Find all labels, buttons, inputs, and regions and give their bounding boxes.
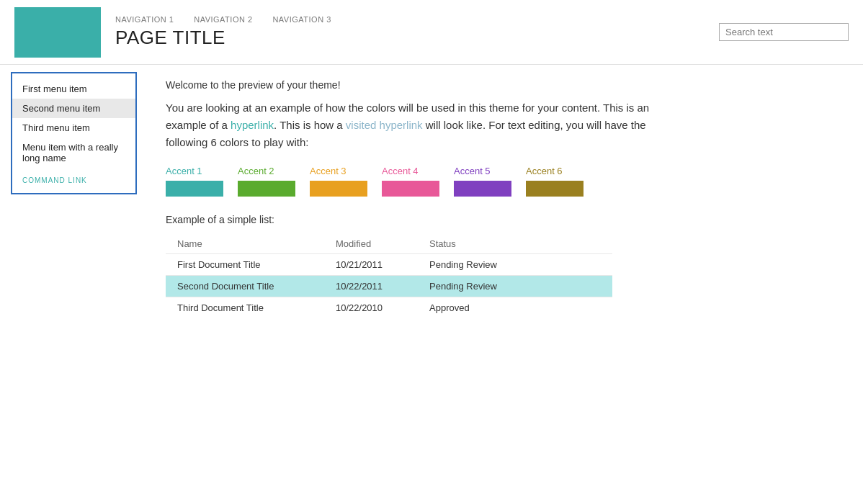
breadcrumb: NAVIGATION 1 NAVIGATION 2 NAVIGATION 3 <box>115 15 719 24</box>
accents-section: Accent 1Accent 2Accent 3Accent 4Accent 5… <box>166 166 841 197</box>
title-area: NAVIGATION 1 NAVIGATION 2 NAVIGATION 3 P… <box>115 15 719 49</box>
list-title: Example of a simple list: <box>166 214 841 225</box>
table-cell-modified: 10/21/2011 <box>328 254 422 276</box>
search-input[interactable] <box>719 23 849 41</box>
search-area <box>719 23 849 41</box>
accent-label-5: Accent 5 <box>454 166 526 176</box>
list-section: Example of a simple list: NameModifiedSt… <box>166 214 841 318</box>
accent-bars <box>166 181 841 197</box>
table-cell-status: Approved <box>422 297 612 319</box>
accent-label-3: Accent 3 <box>310 166 382 176</box>
table-col-1: Modified <box>328 234 422 254</box>
table-cell-name: Second Document Title <box>170 276 328 297</box>
breadcrumb-item-2[interactable]: NAVIGATION 2 <box>194 15 252 24</box>
desc-part2: . This is how a <box>274 119 346 131</box>
description-text: You are looking at an example of how the… <box>166 99 656 151</box>
breadcrumb-sep-2 <box>259 15 267 24</box>
welcome-text: Welcome to the preview of your theme! <box>166 79 841 91</box>
accent-bar-2 <box>238 181 295 197</box>
sidebar: First menu item Second menu item Third m… <box>11 72 137 194</box>
table-cell-name: Third Document Title <box>170 297 328 319</box>
accent-bar-5 <box>454 181 511 197</box>
table-row[interactable]: First Document Title10/21/2011Pending Re… <box>166 254 612 276</box>
accent-bar-4 <box>382 181 439 197</box>
table-cell-status: Pending Review <box>422 254 612 276</box>
accent-labels: Accent 1Accent 2Accent 3Accent 4Accent 5… <box>166 166 841 176</box>
breadcrumb-sep-1 <box>180 15 188 24</box>
list-table: NameModifiedStatus First Document Title1… <box>166 234 612 318</box>
sidebar-item-long[interactable]: Menu item with a really long name <box>12 138 135 168</box>
accent-bar-3 <box>310 181 367 197</box>
sidebar-item-third[interactable]: Third menu item <box>12 118 135 138</box>
accent-label-1: Accent 1 <box>166 166 238 176</box>
accent-label-2: Accent 2 <box>238 166 310 176</box>
table-cell-modified: 10/22/2011 <box>328 276 422 297</box>
breadcrumb-item-1[interactable]: NAVIGATION 1 <box>115 15 174 24</box>
table-row[interactable]: Third Document Title10/22/2010Approved <box>166 297 612 319</box>
table-row[interactable]: Second Document Title10/22/2011Pending R… <box>166 276 612 297</box>
header: NAVIGATION 1 NAVIGATION 2 NAVIGATION 3 P… <box>0 0 863 65</box>
logo <box>14 7 101 58</box>
accent-label-4: Accent 4 <box>382 166 454 176</box>
accent-label-6: Accent 6 <box>526 166 598 176</box>
table-cell-modified: 10/22/2010 <box>328 297 422 319</box>
table-col-0: Name <box>170 234 328 254</box>
main-layout: First menu item Second menu item Third m… <box>0 65 863 504</box>
table-cell-status: Pending Review <box>422 276 612 297</box>
sidebar-item-second[interactable]: Second menu item <box>12 99 135 118</box>
page-title: PAGE TITLE <box>115 27 719 49</box>
table-header-row: NameModifiedStatus <box>166 234 612 254</box>
breadcrumb-item-3[interactable]: NAVIGATION 3 <box>272 15 331 24</box>
sidebar-item-first[interactable]: First menu item <box>12 79 135 99</box>
accent-bar-6 <box>526 181 583 197</box>
sidebar-command-link[interactable]: COMMAND LINK <box>12 171 135 187</box>
content-area: Welcome to the preview of your theme! Yo… <box>144 65 863 504</box>
accent-bar-1 <box>166 181 223 197</box>
visited-hyperlink[interactable]: visited hyperlink <box>346 119 423 131</box>
table-cell-name: First Document Title <box>170 254 328 276</box>
table-col-2: Status <box>422 234 612 254</box>
hyperlink[interactable]: hyperlink <box>231 119 274 131</box>
